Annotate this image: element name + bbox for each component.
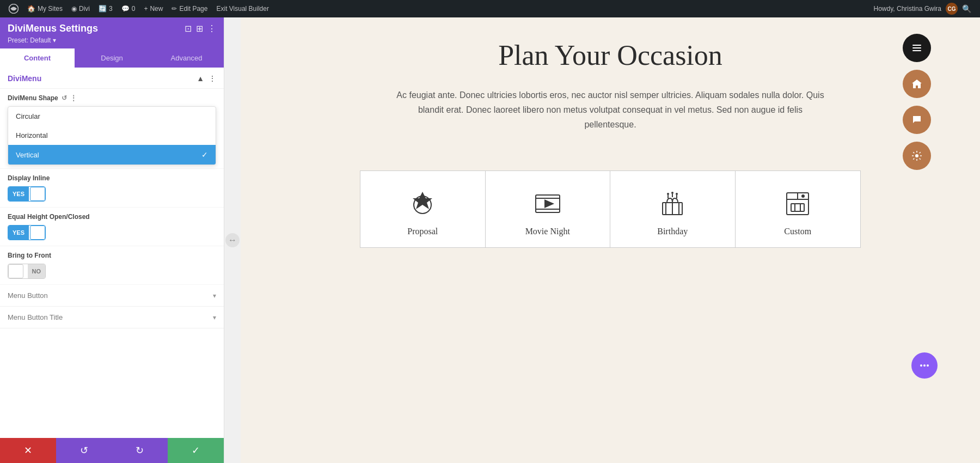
menu-button-title-label: Menu Button Title	[8, 313, 63, 321]
menu-more-button[interactable]	[911, 352, 938, 379]
tab-design[interactable]: Design	[75, 48, 149, 68]
divi-label: Divi	[79, 5, 90, 13]
redo-icon: ↻	[136, 444, 144, 456]
panel-header: DiviMenus Settings ⊡ ⊞ ⋮ Preset: Default	[0, 17, 224, 48]
menu-chat-button[interactable]	[903, 106, 931, 134]
edit-icon: ✏	[171, 5, 177, 13]
svg-point-4	[915, 154, 918, 157]
menu-settings-button[interactable]	[903, 142, 931, 170]
panel-body: DiviMenu ▲ ⋮ DiviMenu Shape ↺ ⋮ Circular	[0, 68, 224, 438]
panel-title-icons: ⊡ ⊞ ⋮	[185, 23, 216, 34]
svg-point-29	[801, 194, 805, 198]
menu-button-label: Menu Button	[8, 291, 48, 300]
new-icon: +	[144, 5, 148, 13]
section-more-icon[interactable]: ⋮	[209, 74, 216, 83]
menu-button-title-section[interactable]: Menu Button Title ▾	[0, 307, 224, 328]
equal-height-label: Equal Height Open/Closed	[8, 213, 216, 221]
updates-number: 3	[109, 5, 113, 13]
my-sites[interactable]: 🏠 My Sites	[23, 0, 67, 17]
comments-count[interactable]: 💬 0	[117, 0, 140, 17]
svg-point-22	[676, 193, 678, 195]
shape-option-circular[interactable]: Circular	[8, 107, 216, 126]
undo-icon: ↺	[80, 444, 88, 456]
proposal-label: Proposal	[407, 227, 438, 236]
svg-rect-3	[912, 50, 921, 51]
panel-grid-icon[interactable]: ⊞	[196, 23, 203, 34]
toggle-yes2-slider	[30, 226, 45, 240]
new-label: New	[150, 5, 163, 13]
category-custom[interactable]: Custom	[736, 171, 861, 247]
toggle-yes-label[interactable]: YES	[8, 187, 29, 201]
bring-to-front-label: Bring to Front	[8, 252, 216, 259]
equal-height-toggle[interactable]: YES	[8, 225, 46, 240]
divimenu-section-header: DiviMenu ▲ ⋮	[0, 68, 224, 89]
close-icon: ✕	[24, 444, 32, 456]
panel-minimize-icon[interactable]: ⊡	[185, 23, 192, 34]
menu-toggle-button[interactable]	[903, 34, 931, 62]
my-sites-icon: 🏠	[27, 5, 35, 13]
edit-page-label: Edit Page	[179, 5, 207, 13]
tab-advanced[interactable]: Advanced	[149, 48, 224, 68]
page-title: Plan Your Occasion	[498, 39, 722, 71]
svg-rect-26	[791, 204, 804, 211]
toggle-yes2-label[interactable]: YES	[8, 226, 29, 240]
bring-to-front-field: Bring to Front NO	[0, 246, 224, 285]
section-collapse-icon[interactable]: ▲	[197, 74, 204, 83]
resize-handle[interactable]: ↔	[224, 17, 241, 463]
floating-menu	[903, 34, 931, 170]
selected-checkmark: ✓	[201, 150, 208, 159]
panel-more-icon[interactable]: ⋮	[207, 23, 216, 34]
shape-field: DiviMenu Shape ↺ ⋮ Circular Horizontal V…	[0, 89, 224, 169]
category-proposal[interactable]: Proposal	[360, 171, 486, 247]
menu-button-section[interactable]: Menu Button ▾	[0, 285, 224, 307]
admin-bar: 🏠 My Sites ◉ Divi 🔄 3 💬 0 + New ✏ Edit P…	[0, 0, 980, 17]
toggle-no-label[interactable]: NO	[28, 264, 46, 278]
edit-page-button[interactable]: ✏ Edit Page	[167, 0, 212, 17]
avatar: CG	[946, 3, 958, 15]
menu-home-button[interactable]	[903, 70, 931, 98]
svg-marker-9	[413, 192, 432, 209]
shape-dropdown[interactable]: Circular Horizontal Vertical ✓	[8, 106, 216, 165]
comments-number: 0	[132, 5, 136, 13]
svg-point-20	[667, 193, 669, 195]
display-inline-toggle[interactable]: YES	[8, 186, 46, 202]
display-inline-field: Display Inline YES	[0, 169, 224, 208]
panel-title: DiviMenus Settings	[8, 23, 98, 34]
updates-count[interactable]: 🔄 3	[94, 0, 117, 17]
search-icon[interactable]: 🔍	[958, 4, 976, 13]
display-inline-label: Display Inline	[8, 174, 216, 182]
category-birthday[interactable]: Birthday	[610, 171, 736, 247]
save-icon: ✓	[192, 444, 200, 456]
my-sites-label: My Sites	[38, 5, 63, 13]
shape-option-horizontal[interactable]: Horizontal	[8, 126, 216, 145]
reset-icon[interactable]: ↺	[62, 94, 67, 102]
panel-title-row: DiviMenus Settings ⊡ ⊞ ⋮	[8, 23, 216, 34]
save-button[interactable]: ✓	[168, 438, 224, 463]
exit-builder-button[interactable]: Exit Visual Builder	[212, 0, 273, 17]
svg-point-6	[923, 364, 926, 367]
bring-to-front-toggle[interactable]: NO	[8, 264, 46, 279]
comment-icon: 💬	[121, 5, 130, 13]
shape-label: DiviMenu Shape ↺ ⋮	[8, 94, 216, 102]
movie-night-icon	[531, 187, 564, 220]
birthday-icon	[656, 187, 689, 220]
wp-logo[interactable]	[4, 0, 23, 17]
menu-button-chevron: ▾	[213, 292, 216, 300]
tab-content[interactable]: Content	[0, 48, 75, 68]
main-layout: DiviMenus Settings ⊡ ⊞ ⋮ Preset: Default…	[0, 17, 980, 463]
category-movie-night[interactable]: Movie Night	[486, 171, 611, 247]
shape-more-icon[interactable]: ⋮	[70, 94, 77, 102]
redo-button[interactable]: ↻	[112, 438, 168, 463]
bottom-action-bar: ✕ ↺ ↻ ✓	[0, 438, 224, 463]
content-area: Plan Your Occasion Ac feugiat ante. Done…	[241, 17, 980, 463]
divi-menu[interactable]: ◉ Divi	[67, 0, 94, 17]
custom-label: Custom	[784, 227, 811, 236]
undo-button[interactable]: ↺	[56, 438, 112, 463]
preset-selector[interactable]: Preset: Default	[8, 36, 216, 44]
proposal-icon	[406, 187, 439, 220]
close-button[interactable]: ✕	[0, 438, 56, 463]
movie-night-label: Movie Night	[525, 227, 570, 236]
new-button[interactable]: + New	[139, 0, 167, 17]
shape-option-vertical[interactable]: Vertical ✓	[8, 145, 216, 165]
tab-bar: Content Design Advanced	[0, 48, 224, 68]
